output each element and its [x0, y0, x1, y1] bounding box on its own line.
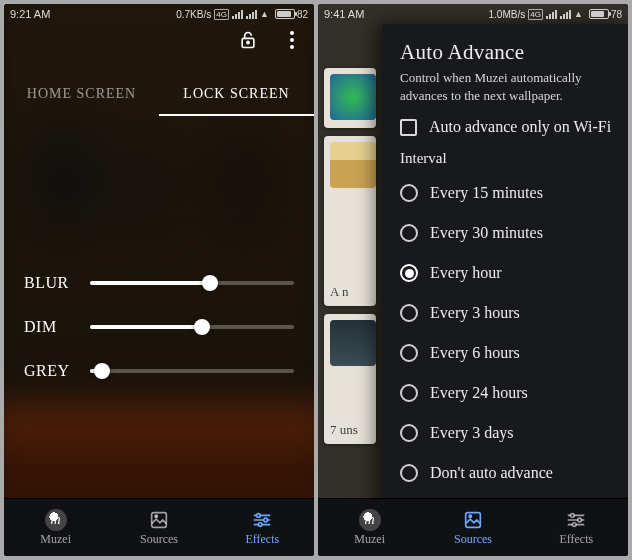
- radio-icon: [400, 464, 418, 482]
- svg-point-3: [155, 515, 157, 517]
- radio-label: Every 24 hours: [430, 384, 528, 402]
- nav-effects[interactable]: Effects: [211, 499, 314, 556]
- source-card[interactable]: [324, 68, 376, 128]
- bottom-nav: Muzei Sources Effects: [318, 498, 628, 556]
- radio-icon: [400, 304, 418, 322]
- radio-icon: [400, 184, 418, 202]
- nav-sources-label: Sources: [140, 532, 178, 547]
- nav-muzei-label: Muzei: [40, 532, 71, 547]
- svg-point-11: [573, 522, 577, 526]
- status-net-speed: 1.0MB/s: [489, 9, 526, 20]
- interval-option-3d[interactable]: Every 3 days: [400, 417, 612, 449]
- radio-label: Don't auto advance: [430, 464, 553, 482]
- svg-point-9: [571, 513, 575, 517]
- radio-icon: [400, 224, 418, 242]
- nav-effects-label: Effects: [245, 532, 279, 547]
- source-card[interactable]: 7 uns: [324, 314, 376, 444]
- sheet-subtitle: Control when Muzei automatically advance…: [400, 69, 612, 104]
- status-time: 9:41 AM: [324, 8, 364, 20]
- interval-option-1h[interactable]: Every hour: [400, 257, 612, 289]
- status-bar: 9:41 AM 1.0MB/s 4G 78: [318, 4, 628, 24]
- battery-indicator: 78: [589, 9, 622, 20]
- muzei-logo-icon: [45, 509, 67, 531]
- svg-point-4: [257, 513, 261, 517]
- signal-icon: [546, 10, 557, 19]
- interval-option-3h[interactable]: Every 3 hours: [400, 297, 612, 329]
- wifi-icon: [574, 9, 586, 19]
- signal-icon-2: [246, 10, 257, 19]
- radio-label: Every 30 minutes: [430, 224, 543, 242]
- status-net-badge: 4G: [214, 9, 229, 20]
- radio-label: Every 3 days: [430, 424, 514, 442]
- source-thumb-icon: [330, 142, 376, 188]
- source-thumb-icon: [330, 74, 376, 120]
- source-caption: 7 uns: [330, 422, 376, 438]
- signal-icon-2: [560, 10, 571, 19]
- nav-sources[interactable]: Sources: [107, 499, 210, 556]
- sheet-title: Auto Advance: [400, 40, 612, 65]
- svg-rect-7: [466, 512, 481, 527]
- checkbox-icon: [400, 119, 417, 136]
- status-time: 9:21 AM: [10, 8, 50, 20]
- screen-auto-advance: 9:41 AM 1.0MB/s 4G 78 A n: [318, 4, 628, 556]
- nav-muzei[interactable]: Muzei: [4, 499, 107, 556]
- tab-home-screen[interactable]: HOME SCREEN: [4, 70, 159, 116]
- screen-effects: 9:21 AM 0.7KB/s 4G 82: [4, 4, 314, 556]
- bottom-nav: Muzei Sources Effects: [4, 498, 314, 556]
- sources-list-peek: A n 7 uns: [318, 24, 382, 498]
- slider-dim[interactable]: DIM: [24, 318, 294, 336]
- wifi-icon: [260, 9, 272, 19]
- effects-icon: [251, 509, 273, 531]
- effects-tabs: HOME SCREEN LOCK SCREEN: [4, 70, 314, 116]
- nav-effects-label: Effects: [559, 532, 593, 547]
- svg-point-6: [259, 522, 263, 526]
- interval-options: Every 15 minutes Every 30 minutes Every …: [400, 177, 612, 489]
- radio-label: Every 15 minutes: [430, 184, 543, 202]
- tab-lock-screen[interactable]: LOCK SCREEN: [159, 70, 314, 116]
- nav-effects[interactable]: Effects: [525, 499, 628, 556]
- radio-label: Every 6 hours: [430, 344, 520, 362]
- interval-option-never[interactable]: Don't auto advance: [400, 457, 612, 489]
- source-card[interactable]: A n: [324, 136, 376, 306]
- slider-blur[interactable]: BLUR: [24, 274, 294, 292]
- radio-label: Every hour: [430, 264, 502, 282]
- sources-icon: [462, 509, 484, 531]
- sources-icon: [148, 509, 170, 531]
- slider-label-grey: GREY: [24, 362, 76, 380]
- source-thumb-icon: [330, 320, 376, 366]
- radio-icon: [400, 264, 418, 282]
- svg-point-5: [264, 518, 268, 522]
- nav-muzei-label: Muzei: [354, 532, 385, 547]
- radio-label: Every 3 hours: [430, 304, 520, 322]
- lock-open-icon[interactable]: [236, 28, 260, 52]
- checkbox-label: Auto advance only on Wi-Fi: [429, 118, 611, 136]
- battery-indicator: 82: [275, 9, 308, 20]
- source-caption: A n: [330, 284, 376, 300]
- interval-option-15m[interactable]: Every 15 minutes: [400, 177, 612, 209]
- interval-option-6h[interactable]: Every 6 hours: [400, 337, 612, 369]
- radio-icon: [400, 344, 418, 362]
- slider-label-dim: DIM: [24, 318, 76, 336]
- status-bar: 9:21 AM 0.7KB/s 4G 82: [4, 4, 314, 24]
- nav-muzei[interactable]: Muzei: [318, 499, 421, 556]
- muzei-logo-icon: [359, 509, 381, 531]
- svg-point-1: [247, 41, 249, 43]
- radio-icon: [400, 424, 418, 442]
- signal-icon: [232, 10, 243, 19]
- radio-icon: [400, 384, 418, 402]
- svg-point-8: [469, 515, 471, 517]
- wifi-only-checkbox[interactable]: Auto advance only on Wi-Fi: [400, 118, 612, 136]
- slider-label-blur: BLUR: [24, 274, 76, 292]
- sliders-group: BLUR DIM GREY: [24, 274, 294, 380]
- status-net-speed: 0.7KB/s: [176, 9, 211, 20]
- svg-rect-2: [152, 512, 167, 527]
- slider-grey[interactable]: GREY: [24, 362, 294, 380]
- more-icon[interactable]: [280, 28, 304, 52]
- nav-sources[interactable]: Sources: [421, 499, 524, 556]
- interval-option-30m[interactable]: Every 30 minutes: [400, 217, 612, 249]
- nav-sources-label: Sources: [454, 532, 492, 547]
- auto-advance-sheet: Auto Advance Control when Muzei automati…: [382, 24, 628, 556]
- interval-option-24h[interactable]: Every 24 hours: [400, 377, 612, 409]
- effects-icon: [565, 509, 587, 531]
- status-net-badge: 4G: [528, 9, 543, 20]
